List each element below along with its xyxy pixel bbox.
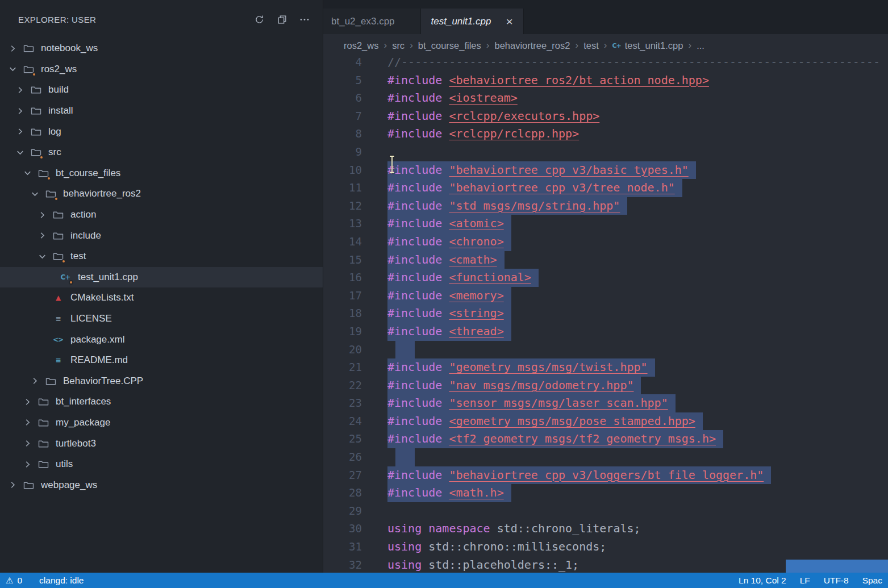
chevron-right-icon[interactable]: [37, 210, 52, 220]
code-line-text[interactable]: //--------------------------------------…: [387, 57, 880, 72]
status-item-0[interactable]: Ln 10, Col 2: [739, 576, 786, 586]
line-number[interactable]: 6: [323, 89, 387, 107]
horizontal-scrollbar-thumb[interactable]: [786, 560, 888, 573]
chevron-right-icon[interactable]: [23, 460, 37, 469]
tree-item-log[interactable]: log: [0, 121, 323, 142]
breadcrumb-item-...[interactable]: ...: [697, 40, 704, 51]
breadcrumb-item-ros2_ws[interactable]: ros2_ws: [344, 40, 378, 51]
line-number[interactable]: 27: [323, 466, 387, 485]
code-line-text[interactable]: using std::chrono::milliseconds;: [387, 538, 606, 556]
tree-item-LICENSE[interactable]: ≡LICENSE: [0, 308, 323, 330]
line-number[interactable]: 11: [323, 179, 387, 197]
line-number[interactable]: 29: [323, 502, 387, 520]
code-line-text[interactable]: #include <chrono>: [387, 233, 511, 251]
tree-item-behaviortree_ros2[interactable]: behaviortree_ros2: [0, 184, 323, 205]
line-number[interactable]: 16: [323, 269, 387, 287]
code-line-text[interactable]: #include "std_msgs/msg/string.hpp": [387, 197, 627, 215]
line-number[interactable]: 19: [323, 323, 387, 341]
chevron-down-icon[interactable]: [30, 189, 45, 199]
code-line-text[interactable]: #include <behaviortree_ros2/bt_action_no…: [387, 72, 709, 90]
line-number[interactable]: 4: [323, 57, 387, 72]
chevron-right-icon[interactable]: [15, 106, 30, 116]
line-number[interactable]: 20: [323, 341, 387, 359]
code-line-text[interactable]: #include <rclcpp/executors.hpp>: [387, 107, 599, 126]
chevron-right-icon[interactable]: [8, 44, 23, 53]
line-number[interactable]: 25: [323, 430, 387, 448]
tree-item-README.md[interactable]: ≡README.md: [0, 350, 323, 371]
code-line-text[interactable]: using std::placeholders::_1;: [387, 556, 579, 573]
code-line-text[interactable]: #include <thread>: [387, 323, 511, 341]
breadcrumb-item-behaviortree_ros2[interactable]: behaviortree_ros2: [494, 40, 570, 51]
code-line-text[interactable]: #include <memory>: [387, 287, 511, 305]
code-line-text[interactable]: #include <tf2_geometry_msgs/tf2_geometry…: [387, 430, 723, 448]
line-number[interactable]: 8: [323, 125, 387, 143]
line-number[interactable]: 18: [323, 305, 387, 323]
line-number[interactable]: 23: [323, 394, 387, 412]
status-item-2[interactable]: UTF-8: [824, 576, 849, 586]
chevron-down-icon[interactable]: [37, 252, 52, 261]
breadcrumb-item-test_unit1.cpp[interactable]: C+test_unit1.cpp: [612, 40, 683, 51]
status-item-1[interactable]: LF: [800, 576, 810, 586]
code-line-text[interactable]: #include "behaviortree_cpp_v3/tree_node.…: [387, 179, 682, 197]
tree-item-my_package[interactable]: my_package: [0, 412, 323, 433]
tree-item-CMakeLists.txt[interactable]: ▲CMakeLists.txt: [0, 287, 323, 308]
chevron-right-icon[interactable]: [8, 480, 23, 490]
breadcrumb-item-src[interactable]: src: [392, 40, 405, 51]
code-line-text[interactable]: #include "behaviortree_cpp_v3/basic_type…: [387, 161, 696, 180]
code-line-text[interactable]: #include <atomic>: [387, 215, 511, 233]
breadcrumb-item-bt_course_files[interactable]: bt_course_files: [418, 40, 481, 51]
chevron-right-icon[interactable]: [37, 231, 52, 240]
tree-item-test_unit1.cpp[interactable]: C+test_unit1.cpp: [0, 267, 323, 288]
problems-indicator[interactable]: ⚠ 0: [6, 576, 22, 586]
line-number[interactable]: 13: [323, 215, 387, 233]
refresh-icon[interactable]: [253, 14, 265, 25]
chevron-right-icon[interactable]: [30, 376, 45, 386]
line-number[interactable]: 5: [323, 72, 387, 90]
line-number[interactable]: 12: [323, 197, 387, 215]
line-number[interactable]: 32: [323, 556, 387, 573]
code-line-text[interactable]: #include "sensor_msgs/msg/laser_scan.hpp…: [387, 394, 676, 412]
new-window-icon[interactable]: [276, 14, 287, 25]
tree-item-utils[interactable]: utils: [0, 454, 323, 475]
clangd-status[interactable]: clangd: idle: [39, 576, 84, 586]
tree-item-package.xml[interactable]: <>package.xml: [0, 329, 323, 350]
tab-test_unit1.cpp[interactable]: test_unit1.cpp×: [421, 9, 524, 34]
chevron-right-icon[interactable]: [23, 397, 37, 407]
chevron-right-icon[interactable]: [23, 418, 37, 427]
code-line-text[interactable]: #include <cmath>: [387, 251, 505, 269]
code-line-text[interactable]: [395, 341, 415, 359]
code-line-text[interactable]: #include "geometry_msgs/msg/twist.hpp": [387, 358, 655, 377]
tree-item-install[interactable]: install: [0, 101, 323, 122]
code-line-text[interactable]: #include "behaviortree_cpp_v3/loggers/bt…: [387, 466, 771, 485]
tree-item-BehaviorTree.CPP[interactable]: BehaviorTree.CPP: [0, 371, 323, 392]
tree-item-turtlebot3[interactable]: turtlebot3: [0, 433, 323, 454]
line-number[interactable]: 22: [323, 377, 387, 395]
code-line-text[interactable]: #include <rclcpp/rclcpp.hpp>: [387, 125, 579, 143]
line-number[interactable]: 9: [323, 143, 387, 161]
line-number[interactable]: 28: [323, 484, 387, 502]
status-item-3[interactable]: Spac: [862, 576, 882, 586]
tree-item-build[interactable]: build: [0, 80, 323, 101]
tab-bt_u2_ex3.cpp[interactable]: bt_u2_ex3.cpp: [323, 9, 421, 34]
chevron-right-icon[interactable]: [15, 85, 30, 95]
tree-item-test[interactable]: test: [0, 246, 323, 267]
code-line-text[interactable]: #include "nav_msgs/msg/odometry.hpp": [387, 377, 641, 395]
code-line-text[interactable]: using namespace std::chrono_literals;: [387, 520, 641, 538]
line-number[interactable]: 31: [323, 538, 387, 556]
chevron-down-icon[interactable]: [23, 168, 37, 178]
chevron-down-icon[interactable]: [15, 148, 30, 157]
tree-item-notebook_ws[interactable]: notebook_ws: [0, 38, 323, 59]
line-number[interactable]: 21: [323, 358, 387, 377]
line-number[interactable]: 26: [323, 448, 387, 466]
tree-item-src[interactable]: src: [0, 142, 323, 163]
tree-item-include[interactable]: include: [0, 225, 323, 246]
close-icon[interactable]: ×: [506, 15, 512, 27]
breadcrumb-item-test[interactable]: test: [583, 40, 599, 51]
code-line-text[interactable]: #include <iostream>: [387, 89, 518, 107]
tree-item-webpage_ws[interactable]: webpage_ws: [0, 474, 323, 495]
code-line-text[interactable]: #include <geometry_msgs/msg/pose_stamped…: [387, 412, 703, 431]
line-number[interactable]: 17: [323, 287, 387, 305]
more-actions-icon[interactable]: [299, 14, 310, 25]
chevron-right-icon[interactable]: [15, 127, 30, 136]
line-number[interactable]: 30: [323, 520, 387, 538]
